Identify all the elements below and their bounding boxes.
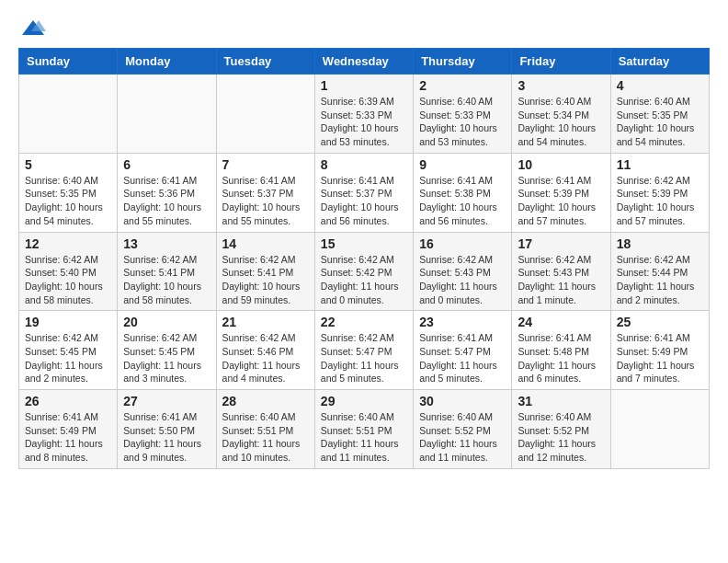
- calendar-day-21: 21Sunrise: 6:42 AM Sunset: 5:46 PM Dayli…: [216, 311, 314, 390]
- day-info: Sunrise: 6:41 AM Sunset: 5:38 PM Dayligh…: [419, 174, 506, 228]
- calendar-week-row: 5Sunrise: 6:40 AM Sunset: 5:35 PM Daylig…: [19, 153, 710, 232]
- calendar-day-5: 5Sunrise: 6:40 AM Sunset: 5:35 PM Daylig…: [19, 153, 118, 232]
- calendar-empty-cell: [118, 75, 216, 154]
- day-number: 6: [123, 157, 210, 172]
- day-info: Sunrise: 6:41 AM Sunset: 5:36 PM Dayligh…: [123, 174, 210, 228]
- day-info: Sunrise: 6:42 AM Sunset: 5:41 PM Dayligh…: [222, 253, 309, 307]
- day-info: Sunrise: 6:40 AM Sunset: 5:51 PM Dayligh…: [321, 410, 407, 465]
- calendar-day-12: 12Sunrise: 6:42 AM Sunset: 5:40 PM Dayli…: [19, 232, 118, 311]
- day-number: 13: [123, 236, 210, 251]
- day-info: Sunrise: 6:40 AM Sunset: 5:52 PM Dayligh…: [419, 410, 506, 465]
- calendar-day-2: 2Sunrise: 6:40 AM Sunset: 5:33 PM Daylig…: [414, 75, 512, 154]
- day-info: Sunrise: 6:40 AM Sunset: 5:35 PM Dayligh…: [25, 174, 111, 228]
- column-header-wednesday: Wednesday: [314, 49, 413, 75]
- column-header-monday: Monday: [118, 49, 216, 75]
- column-header-tuesday: Tuesday: [216, 49, 314, 75]
- calendar-day-11: 11Sunrise: 6:42 AM Sunset: 5:39 PM Dayli…: [610, 153, 709, 232]
- calendar-day-17: 17Sunrise: 6:42 AM Sunset: 5:43 PM Dayli…: [512, 232, 610, 311]
- calendar-day-15: 15Sunrise: 6:42 AM Sunset: 5:42 PM Dayli…: [314, 232, 413, 311]
- day-number: 28: [222, 394, 309, 408]
- calendar-day-6: 6Sunrise: 6:41 AM Sunset: 5:36 PM Daylig…: [118, 153, 216, 232]
- day-info: Sunrise: 6:40 AM Sunset: 5:52 PM Dayligh…: [518, 410, 604, 465]
- calendar-day-8: 8Sunrise: 6:41 AM Sunset: 5:37 PM Daylig…: [314, 153, 413, 232]
- calendar-day-31: 31Sunrise: 6:40 AM Sunset: 5:52 PM Dayli…: [512, 390, 610, 469]
- calendar-day-9: 9Sunrise: 6:41 AM Sunset: 5:38 PM Daylig…: [414, 153, 512, 232]
- calendar-empty-cell: [19, 75, 118, 154]
- calendar-day-22: 22Sunrise: 6:42 AM Sunset: 5:47 PM Dayli…: [314, 311, 413, 390]
- calendar-day-25: 25Sunrise: 6:41 AM Sunset: 5:49 PM Dayli…: [610, 311, 709, 390]
- day-number: 22: [321, 315, 407, 329]
- day-info: Sunrise: 6:42 AM Sunset: 5:41 PM Dayligh…: [123, 253, 210, 307]
- calendar-week-row: 1Sunrise: 6:39 AM Sunset: 5:33 PM Daylig…: [19, 75, 710, 154]
- day-info: Sunrise: 6:42 AM Sunset: 5:39 PM Dayligh…: [617, 174, 703, 228]
- day-number: 29: [321, 394, 407, 408]
- column-header-saturday: Saturday: [610, 49, 709, 75]
- calendar-empty-cell: [216, 75, 314, 154]
- day-info: Sunrise: 6:40 AM Sunset: 5:34 PM Dayligh…: [518, 95, 604, 149]
- day-number: 7: [222, 157, 309, 172]
- calendar-day-10: 10Sunrise: 6:41 AM Sunset: 5:39 PM Dayli…: [512, 153, 610, 232]
- calendar-day-1: 1Sunrise: 6:39 AM Sunset: 5:33 PM Daylig…: [314, 75, 413, 154]
- day-info: Sunrise: 6:42 AM Sunset: 5:46 PM Dayligh…: [222, 331, 309, 385]
- day-number: 27: [123, 394, 210, 408]
- day-number: 17: [518, 236, 604, 251]
- calendar-day-28: 28Sunrise: 6:40 AM Sunset: 5:51 PM Dayli…: [216, 390, 314, 469]
- day-number: 23: [419, 315, 506, 329]
- day-info: Sunrise: 6:41 AM Sunset: 5:48 PM Dayligh…: [518, 331, 604, 385]
- day-number: 2: [419, 78, 506, 93]
- day-number: 21: [222, 315, 309, 329]
- calendar-week-row: 26Sunrise: 6:41 AM Sunset: 5:49 PM Dayli…: [19, 390, 710, 469]
- column-header-friday: Friday: [512, 49, 610, 75]
- column-header-thursday: Thursday: [414, 49, 512, 75]
- day-number: 4: [617, 78, 703, 93]
- day-info: Sunrise: 6:41 AM Sunset: 5:37 PM Dayligh…: [222, 174, 309, 228]
- calendar-day-14: 14Sunrise: 6:42 AM Sunset: 5:41 PM Dayli…: [216, 232, 314, 311]
- calendar-day-13: 13Sunrise: 6:42 AM Sunset: 5:41 PM Dayli…: [118, 232, 216, 311]
- calendar-day-24: 24Sunrise: 6:41 AM Sunset: 5:48 PM Dayli…: [512, 311, 610, 390]
- day-number: 15: [321, 236, 407, 251]
- calendar-day-26: 26Sunrise: 6:41 AM Sunset: 5:49 PM Dayli…: [19, 390, 118, 469]
- calendar-day-3: 3Sunrise: 6:40 AM Sunset: 5:34 PM Daylig…: [512, 75, 610, 154]
- calendar-day-18: 18Sunrise: 6:42 AM Sunset: 5:44 PM Dayli…: [610, 232, 709, 311]
- day-info: Sunrise: 6:42 AM Sunset: 5:47 PM Dayligh…: [321, 331, 407, 385]
- day-number: 19: [25, 315, 111, 329]
- day-number: 9: [419, 157, 506, 172]
- day-number: 16: [419, 236, 506, 251]
- day-info: Sunrise: 6:41 AM Sunset: 5:37 PM Dayligh…: [321, 174, 407, 228]
- day-info: Sunrise: 6:40 AM Sunset: 5:51 PM Dayligh…: [222, 410, 309, 465]
- day-info: Sunrise: 6:42 AM Sunset: 5:43 PM Dayligh…: [419, 253, 506, 307]
- day-info: Sunrise: 6:41 AM Sunset: 5:49 PM Dayligh…: [25, 410, 111, 465]
- day-number: 25: [617, 315, 703, 329]
- day-info: Sunrise: 6:42 AM Sunset: 5:44 PM Dayligh…: [617, 253, 703, 307]
- logo: [18, 18, 46, 39]
- calendar-table: SundayMondayTuesdayWednesdayThursdayFrid…: [18, 48, 710, 469]
- day-number: 3: [518, 78, 604, 93]
- calendar-day-16: 16Sunrise: 6:42 AM Sunset: 5:43 PM Dayli…: [414, 232, 512, 311]
- day-number: 11: [617, 157, 703, 172]
- page-header: [18, 18, 710, 39]
- day-number: 1: [321, 78, 407, 93]
- calendar-day-27: 27Sunrise: 6:41 AM Sunset: 5:50 PM Dayli…: [118, 390, 216, 469]
- calendar-day-30: 30Sunrise: 6:40 AM Sunset: 5:52 PM Dayli…: [414, 390, 512, 469]
- calendar-empty-cell: [610, 390, 709, 469]
- day-info: Sunrise: 6:42 AM Sunset: 5:43 PM Dayligh…: [518, 253, 604, 307]
- day-number: 10: [518, 157, 604, 172]
- day-number: 14: [222, 236, 309, 251]
- column-header-sunday: Sunday: [19, 49, 118, 75]
- day-info: Sunrise: 6:42 AM Sunset: 5:45 PM Dayligh…: [123, 331, 210, 385]
- day-number: 12: [25, 236, 111, 251]
- day-number: 20: [123, 315, 210, 329]
- calendar-day-4: 4Sunrise: 6:40 AM Sunset: 5:35 PM Daylig…: [610, 75, 709, 154]
- day-number: 18: [617, 236, 703, 251]
- day-info: Sunrise: 6:41 AM Sunset: 5:39 PM Dayligh…: [518, 174, 604, 228]
- day-info: Sunrise: 6:40 AM Sunset: 5:35 PM Dayligh…: [617, 95, 703, 149]
- calendar-day-7: 7Sunrise: 6:41 AM Sunset: 5:37 PM Daylig…: [216, 153, 314, 232]
- calendar-week-row: 12Sunrise: 6:42 AM Sunset: 5:40 PM Dayli…: [19, 232, 710, 311]
- day-number: 24: [518, 315, 604, 329]
- day-info: Sunrise: 6:42 AM Sunset: 5:42 PM Dayligh…: [321, 253, 407, 307]
- day-info: Sunrise: 6:41 AM Sunset: 5:49 PM Dayligh…: [617, 331, 703, 385]
- day-info: Sunrise: 6:39 AM Sunset: 5:33 PM Dayligh…: [321, 95, 407, 149]
- day-number: 30: [419, 394, 506, 408]
- logo-icon: [20, 18, 46, 39]
- calendar-day-23: 23Sunrise: 6:41 AM Sunset: 5:47 PM Dayli…: [414, 311, 512, 390]
